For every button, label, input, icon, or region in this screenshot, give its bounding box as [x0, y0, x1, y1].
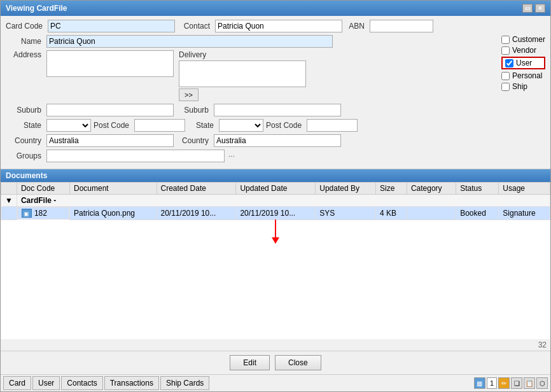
contact-input[interactable]	[215, 20, 342, 32]
copy-icon[interactable]: ❑	[511, 377, 522, 389]
tab-ship-cards-label: Ship Cards	[166, 379, 204, 388]
group-label: CardFile -	[17, 195, 550, 207]
state-select[interactable]	[46, 119, 91, 132]
main-content: Card Code Contact ABN Name Address Deliv…	[1, 16, 550, 391]
documents-title: Documents	[6, 171, 47, 180]
groups-input[interactable]	[46, 150, 225, 162]
tab-card-label: Card	[9, 379, 25, 388]
cell-status: Booked	[456, 207, 499, 220]
col-created-date[interactable]: Created Date	[157, 183, 236, 195]
vendor-label: Vendor	[512, 46, 536, 55]
form-row-2: Name	[6, 35, 545, 48]
cell-updated-date: 20/11/2019 10...	[236, 207, 316, 220]
edit-button[interactable]: Edit	[230, 355, 270, 370]
delivery-arrow-row: >>	[179, 88, 309, 101]
ship-checkbox-item: Ship	[501, 82, 545, 91]
col-doc-code[interactable]: Doc Code	[17, 183, 69, 195]
user-checkbox[interactable]	[505, 59, 513, 67]
postcode-input[interactable]	[134, 119, 185, 132]
page-number: 32	[1, 339, 550, 351]
delivery-section: Delivery >>	[179, 50, 309, 101]
suburb-label: Suburb	[6, 106, 44, 115]
name-input[interactable]	[46, 35, 333, 48]
delivery-label: Delivery	[179, 50, 309, 59]
customer-label: Customer	[512, 35, 545, 44]
close-button[interactable]: Close	[275, 355, 321, 370]
delivery-arrow-button[interactable]: >>	[179, 88, 199, 101]
restore-button[interactable]: ▭	[522, 4, 533, 13]
tab-transactions[interactable]: Transactions	[104, 376, 159, 390]
documents-table[interactable]: Doc Code Document Created Date Updated D…	[1, 182, 550, 339]
name-label: Name	[6, 37, 44, 46]
table-row[interactable]: ▣ 182 Patricia Quon.png 20/11/2019 10...…	[1, 207, 550, 220]
tab-ship-cards[interactable]: Ship Cards	[160, 376, 209, 390]
form-row-6: Country Country	[6, 134, 545, 147]
network-icon[interactable]: ⬡	[536, 377, 548, 389]
col-status[interactable]: Status	[456, 183, 499, 195]
address-input[interactable]	[46, 50, 174, 77]
col-size[interactable]: Size	[376, 183, 407, 195]
col-category[interactable]: Category	[407, 183, 456, 195]
personal-checkbox[interactable]	[501, 72, 510, 80]
delivery-address-input[interactable]	[179, 60, 306, 87]
cell-updated-by: SYS	[316, 207, 376, 220]
country-input[interactable]	[46, 134, 174, 147]
bottom-buttons: Edit Close	[1, 351, 550, 374]
col-updated-date[interactable]: Updated Date	[236, 183, 316, 195]
personal-checkbox-item: Personal	[501, 71, 545, 80]
delivery-state-select[interactable]	[219, 119, 263, 132]
form-row-3: Address Delivery >>	[6, 50, 545, 101]
delivery-country-input[interactable]	[214, 134, 341, 147]
col-document[interactable]: Document	[69, 183, 157, 195]
table-icon[interactable]: ▦	[474, 377, 485, 389]
row-expand	[1, 207, 17, 220]
col-usage[interactable]: Usage	[499, 183, 550, 195]
delivery-suburb-label: Suburb	[176, 106, 211, 115]
state-label: State	[6, 121, 44, 130]
delivery-postcode-input[interactable]	[307, 119, 358, 132]
tab-transactions-label: Transactions	[110, 379, 153, 388]
suburb-input[interactable]	[46, 104, 174, 116]
close-button[interactable]: ✕	[535, 4, 545, 13]
clipboard-icon[interactable]: 📋	[524, 377, 535, 389]
customer-checkbox-item: Customer	[501, 35, 545, 44]
cell-created-date: 20/11/2019 10...	[157, 207, 236, 220]
window-title: Viewing CardFile	[6, 4, 67, 13]
doc-table-element: Doc Code Document Created Date Updated D…	[1, 182, 550, 220]
ship-label: Ship	[512, 82, 527, 91]
address-label: Address	[6, 50, 44, 59]
main-window: Viewing CardFile ▭ ✕ Card Code Contact A…	[0, 0, 551, 392]
personal-label: Personal	[512, 71, 542, 80]
abn-input[interactable]	[370, 20, 433, 32]
form-row-4: Suburb Suburb	[6, 104, 545, 116]
right-panel: Customer Vendor User Personal Ship	[501, 35, 545, 91]
delivery-postcode-label: Post Code	[266, 121, 304, 130]
form-row-7: Groups ···	[6, 150, 545, 162]
vendor-checkbox[interactable]	[501, 46, 510, 55]
cell-category	[407, 207, 456, 220]
pencil-icon[interactable]: ✏	[498, 377, 510, 389]
group-expand-icon[interactable]: ▼	[1, 195, 17, 207]
delivery-suburb-input[interactable]	[214, 104, 341, 116]
tab-user[interactable]: User	[32, 376, 60, 390]
tab-bar: Card User Contacts Transactions Ship Car…	[1, 374, 550, 391]
user-checkbox-item: User	[501, 57, 545, 69]
groups-label: Groups	[6, 151, 44, 160]
form-area: Card Code Contact ABN Name Address Deliv…	[1, 16, 550, 169]
card-code-input[interactable]	[48, 20, 175, 32]
delivery-country-label: Country	[176, 136, 211, 145]
tab-contacts[interactable]: Contacts	[61, 376, 102, 390]
customer-checkbox[interactable]	[501, 36, 510, 44]
cell-document: Patricia Quon.png	[69, 207, 157, 220]
title-bar: Viewing CardFile ▭ ✕	[1, 1, 550, 16]
country-label: Country	[6, 136, 44, 145]
delivery-state-label: State	[188, 121, 216, 130]
tab-card[interactable]: Card	[3, 376, 31, 390]
col-updated-by[interactable]: Updated By	[316, 183, 376, 195]
postcode-label: Post Code	[94, 121, 132, 130]
tab-count: 1	[487, 377, 497, 389]
ship-checkbox[interactable]	[501, 83, 510, 91]
groups-more-icon[interactable]: ···	[228, 151, 235, 160]
col-expand	[1, 183, 17, 195]
form-row-5: State Post Code State Post Code	[6, 119, 545, 132]
